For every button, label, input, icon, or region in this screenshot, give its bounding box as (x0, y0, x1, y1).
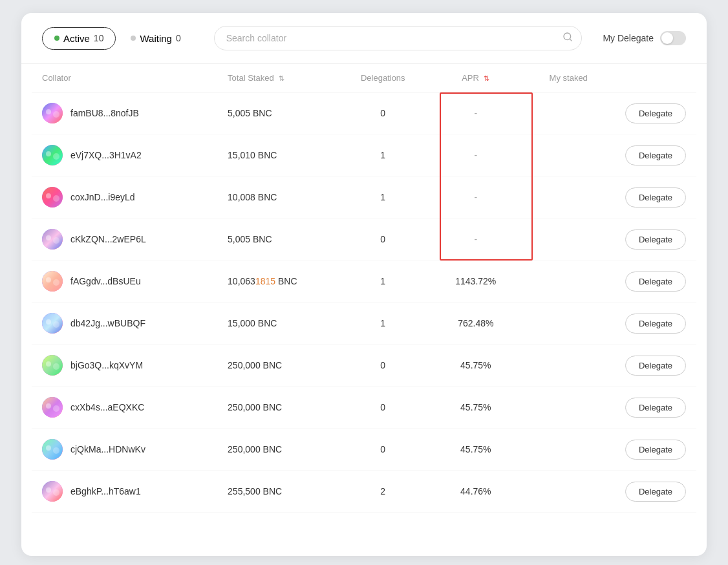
delegations: 1 (336, 261, 429, 303)
action-cell: Delegate (615, 176, 696, 219)
waiting-dot (131, 36, 136, 41)
action-cell: Delegate (615, 471, 696, 513)
total-staked: 250,000 BNC (217, 387, 336, 429)
my-staked (522, 134, 615, 176)
my-staked (522, 345, 615, 387)
action-cell: Delegate (615, 345, 696, 387)
action-cell: Delegate (615, 261, 696, 303)
svg-point-13 (53, 237, 59, 244)
delegate-button[interactable]: Delegate (625, 356, 686, 376)
svg-point-29 (42, 481, 63, 502)
collator-cell: bjGo3Q...kqXvYM (42, 355, 207, 376)
collator-cell: coxJnD...i9eyLd (42, 187, 207, 208)
svg-point-25 (53, 405, 59, 412)
total-staked: 15,010 BNC (217, 134, 336, 176)
my-staked (522, 471, 615, 513)
delegate-button[interactable]: Delegate (625, 272, 686, 292)
my-staked (522, 176, 615, 219)
delegate-button[interactable]: Delegate (625, 314, 686, 334)
delegations: 0 (336, 219, 429, 261)
avatar (42, 439, 63, 460)
avatar (42, 229, 63, 250)
collator-name: cjQkMa...HDNwKv (70, 444, 145, 454)
action-cell: Delegate (615, 429, 696, 471)
svg-point-17 (42, 313, 63, 334)
col-header-delegations: Delegations (336, 64, 429, 92)
delegate-label: My Delegate (603, 33, 654, 43)
header: Active 10 Waiting 0 My Delegate (21, 13, 707, 64)
table-wrapper: Collator Total Staked ⇅ Delegations APR … (21, 64, 707, 513)
delegate-button[interactable]: Delegate (625, 482, 686, 502)
action-cell: Delegate (615, 134, 696, 176)
avatar (42, 271, 63, 292)
collator-name: coxJnD...i9eyLd (70, 192, 135, 202)
apr-value: 45.75% (429, 345, 522, 387)
table-row: eBghkP...hT6aw1 255,500 BNC244.76%Delega… (32, 471, 696, 513)
svg-point-22 (53, 363, 59, 370)
svg-point-12 (46, 235, 51, 240)
svg-point-3 (46, 109, 51, 114)
svg-point-2 (42, 103, 63, 123)
delegate-button[interactable]: Delegate (625, 103, 686, 123)
tab-waiting[interactable]: Waiting 0 (118, 27, 193, 50)
delegate-button[interactable]: Delegate (625, 187, 686, 208)
table-row: bjGo3Q...kqXvYM 250,000 BNC045.75%Delega… (32, 345, 696, 387)
collator-name: fAGgdv...dBsUEu (70, 276, 141, 286)
delegate-button[interactable]: Delegate (625, 440, 686, 460)
table-header-row: Collator Total Staked ⇅ Delegations APR … (32, 64, 696, 92)
sort-icon-apr[interactable]: ⇅ (484, 74, 489, 83)
svg-point-26 (42, 439, 63, 460)
toggle-switch[interactable] (660, 31, 686, 45)
svg-point-21 (46, 361, 51, 367)
collator-cell: fAGgdv...dBsUEu (42, 271, 207, 292)
svg-point-4 (53, 111, 59, 118)
delegations: 0 (336, 345, 429, 387)
col-header-apr: APR ⇅ (429, 64, 522, 92)
search-input[interactable] (214, 26, 583, 50)
action-cell: Delegate (615, 92, 696, 134)
svg-point-6 (46, 151, 51, 156)
svg-point-14 (42, 271, 63, 292)
apr-value: 1143.72% (429, 261, 522, 303)
collator-cell: famBU8...8nofJB (42, 103, 207, 123)
total-staked: 10,0631815 BNC (217, 261, 336, 303)
avatar (42, 313, 63, 334)
col-header-staked: Total Staked ⇅ (217, 64, 336, 92)
delegations: 0 (336, 92, 429, 134)
total-staked: 250,000 BNC (217, 345, 336, 387)
delegations: 0 (336, 429, 429, 471)
svg-line-1 (570, 39, 572, 41)
svg-point-7 (53, 153, 59, 160)
svg-point-15 (46, 277, 51, 282)
collator-cell: cjQkMa...HDNwKv (42, 439, 207, 460)
table-row: db42Jg...wBUBQF 15,000 BNC1762.48%Delega… (32, 303, 696, 345)
apr-value: - (429, 134, 522, 176)
svg-point-30 (46, 487, 51, 493)
total-staked: 255,500 BNC (217, 471, 336, 513)
total-staked: 250,000 BNC (217, 429, 336, 471)
collator-name: cKkZQN...2wEP6L (70, 234, 146, 244)
action-cell: Delegate (615, 303, 696, 345)
avatar (42, 187, 63, 208)
col-header-collator: Collator (32, 64, 217, 92)
delegate-button[interactable]: Delegate (625, 145, 686, 165)
table-row: fAGgdv...dBsUEu 10,0631815 BNC11143.72%D… (32, 261, 696, 303)
delegate-button[interactable]: Delegate (625, 398, 686, 418)
sort-icon-staked[interactable]: ⇅ (279, 74, 284, 83)
avatar (42, 145, 63, 165)
collator-cell: cxXb4s...aEQXKC (42, 397, 207, 418)
collator-table: Collator Total Staked ⇅ Delegations APR … (32, 64, 696, 513)
col-header-action (615, 64, 696, 92)
total-staked: 15,000 BNC (217, 303, 336, 345)
tab-active[interactable]: Active 10 (42, 27, 116, 50)
my-staked (522, 219, 615, 261)
action-cell: Delegate (615, 387, 696, 429)
svg-point-28 (53, 447, 59, 454)
delegate-button[interactable]: Delegate (625, 229, 686, 250)
collator-cell: eVj7XQ...3H1vA2 (42, 145, 207, 165)
search-bar (214, 26, 583, 50)
total-staked: 5,005 BNC (217, 92, 336, 134)
svg-point-27 (46, 445, 51, 451)
my-staked (522, 92, 615, 134)
svg-point-19 (53, 321, 59, 328)
